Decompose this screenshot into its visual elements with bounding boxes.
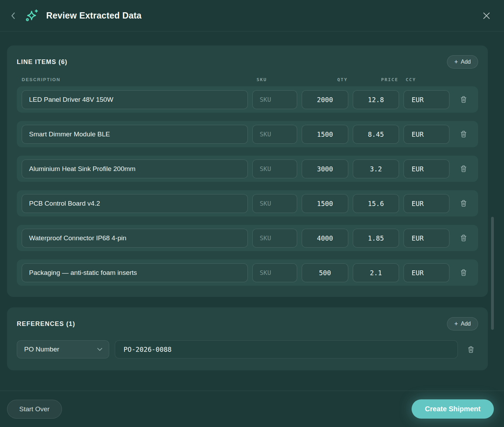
chevron-left-icon: [10, 12, 17, 20]
delete-line-item-button[interactable]: [458, 233, 469, 243]
price-input[interactable]: [353, 229, 399, 248]
column-header-ccy: CCY: [404, 77, 449, 82]
line-items-title: LINE ITEMS (6): [17, 58, 68, 66]
delete-reference-button[interactable]: [463, 344, 478, 355]
line-item-row: [17, 190, 478, 216]
chevron-down-icon: [97, 348, 103, 351]
line-item-row: [17, 259, 478, 286]
start-over-button[interactable]: Start Over: [7, 400, 62, 419]
line-items-header: LINE ITEMS (6) + Add: [17, 55, 478, 69]
price-input[interactable]: [353, 90, 399, 109]
line-items-column-headers: DESCRIPTION SKU QTY PRICE CCY: [17, 77, 478, 82]
trash-icon: [460, 199, 467, 207]
trash-icon: [460, 95, 467, 104]
reference-value-input[interactable]: [115, 340, 458, 358]
line-item-row: [17, 121, 478, 147]
references-card: REFERENCES (1) + Add PO Number: [7, 307, 488, 370]
description-input[interactable]: [22, 263, 248, 282]
qty-input[interactable]: [302, 125, 348, 144]
line-item-row: [17, 225, 478, 251]
add-button-label: Add: [461, 59, 471, 65]
column-header-price: PRICE: [353, 77, 399, 82]
sparkle-ai-icon: [24, 8, 39, 23]
reference-type-select[interactable]: PO Number: [17, 340, 109, 358]
delete-line-item-button[interactable]: [458, 94, 469, 105]
delete-line-item-button[interactable]: [458, 129, 469, 140]
sku-input[interactable]: [252, 125, 297, 144]
sku-input[interactable]: [252, 229, 297, 248]
page-title: Review Extracted Data: [46, 10, 141, 21]
add-line-item-button[interactable]: + Add: [447, 55, 478, 69]
scrollbar-thumb[interactable]: [491, 217, 494, 330]
column-header-actions: [454, 77, 473, 82]
add-button-label: Add: [461, 321, 471, 327]
references-header: REFERENCES (1) + Add: [17, 317, 478, 330]
delete-line-item-button[interactable]: [458, 163, 469, 174]
trash-icon: [460, 269, 467, 277]
close-icon: [482, 11, 491, 20]
add-reference-button[interactable]: + Add: [447, 317, 478, 330]
delete-line-item-button[interactable]: [458, 267, 469, 278]
column-header-description: DESCRIPTION: [22, 77, 248, 82]
currency-input[interactable]: [404, 229, 449, 248]
create-shipment-button[interactable]: Create Shipment: [412, 399, 494, 419]
sku-input[interactable]: [252, 194, 297, 213]
currency-input[interactable]: [404, 263, 449, 282]
qty-input[interactable]: [302, 90, 348, 109]
currency-input[interactable]: [404, 159, 449, 178]
trash-icon: [467, 346, 475, 354]
description-input[interactable]: [22, 90, 248, 109]
modal-header: Review Extracted Data: [0, 0, 504, 31]
modal-footer: Start Over Create Shipment: [0, 391, 504, 427]
reference-type-label: PO Number: [24, 346, 59, 353]
qty-input[interactable]: [302, 194, 348, 213]
line-item-row: [17, 86, 478, 113]
close-button[interactable]: [481, 10, 492, 22]
qty-input[interactable]: [302, 263, 348, 282]
trash-icon: [460, 234, 467, 242]
currency-input[interactable]: [404, 194, 449, 213]
references-title: REFERENCES (1): [17, 320, 75, 328]
line-items-card: LINE ITEMS (6) + Add DESCRIPTION SKU QTY…: [7, 45, 488, 297]
sku-input[interactable]: [252, 263, 297, 282]
column-header-sku: SKU: [252, 77, 297, 82]
sku-input[interactable]: [252, 159, 297, 178]
price-input[interactable]: [353, 159, 399, 178]
qty-input[interactable]: [302, 159, 348, 178]
price-input[interactable]: [353, 125, 399, 144]
description-input[interactable]: [22, 125, 248, 144]
modal-content: LINE ITEMS (6) + Add DESCRIPTION SKU QTY…: [0, 31, 504, 391]
currency-input[interactable]: [404, 90, 449, 109]
delete-line-item-button[interactable]: [458, 198, 469, 209]
description-input[interactable]: [22, 229, 248, 248]
currency-input[interactable]: [404, 125, 449, 144]
reference-row: PO Number: [17, 340, 478, 358]
price-input[interactable]: [353, 263, 399, 282]
plus-icon: +: [454, 321, 458, 327]
qty-input[interactable]: [302, 229, 348, 248]
trash-icon: [460, 165, 467, 173]
plus-icon: +: [454, 59, 458, 65]
trash-icon: [460, 130, 467, 138]
description-input[interactable]: [22, 194, 248, 213]
column-header-qty: QTY: [302, 77, 348, 82]
sku-input[interactable]: [252, 90, 297, 109]
line-item-row: [17, 156, 478, 182]
description-input[interactable]: [22, 159, 248, 178]
back-button[interactable]: [8, 10, 18, 21]
price-input[interactable]: [353, 194, 399, 213]
